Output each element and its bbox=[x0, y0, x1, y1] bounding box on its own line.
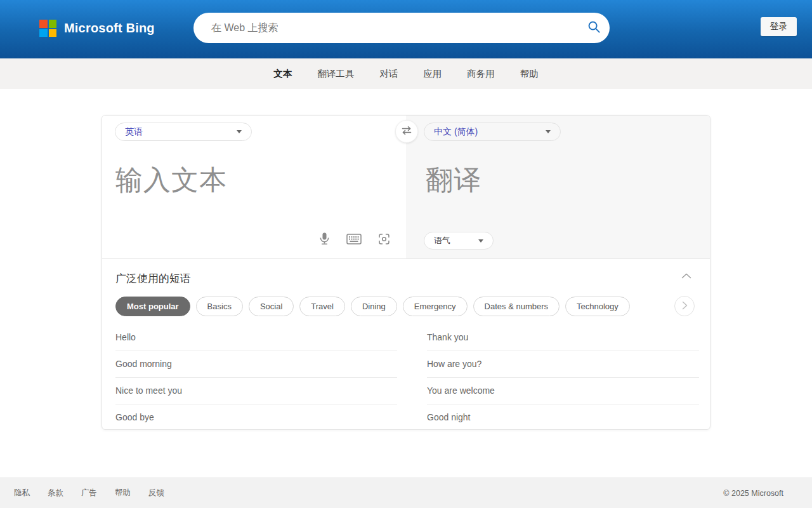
phrasebook-section: 广泛使用的短语 Most popular Basics Social Trave… bbox=[102, 259, 710, 430]
tab-for-business[interactable]: 商务用 bbox=[467, 68, 495, 80]
translation-output: 翻译 bbox=[426, 162, 481, 199]
phrase-item[interactable]: Good morning bbox=[115, 351, 397, 378]
translate-panels: 英语 输入文本 bbox=[102, 116, 710, 259]
source-text-input[interactable]: 输入文本 bbox=[115, 162, 227, 199]
phrase-item[interactable]: You are welcome bbox=[427, 378, 699, 404]
chevron-down-icon bbox=[546, 130, 551, 133]
tab-conversation[interactable]: 对话 bbox=[379, 68, 398, 80]
category-most-popular[interactable]: Most popular bbox=[115, 297, 190, 316]
phrase-item[interactable]: Good bye bbox=[115, 404, 397, 430]
tab-apps[interactable]: 应用 bbox=[423, 68, 442, 80]
phrasebook-title: 广泛使用的短语 bbox=[115, 271, 697, 286]
target-language-label: 中文 (简体) bbox=[434, 126, 478, 138]
source-language-selector[interactable]: 英语 bbox=[115, 123, 252, 141]
search-input[interactable] bbox=[193, 22, 578, 34]
category-social[interactable]: Social bbox=[249, 297, 294, 316]
footer-link-help[interactable]: 帮助 bbox=[115, 488, 131, 498]
source-panel: 英语 输入文本 bbox=[102, 116, 406, 258]
tab-translation-tools[interactable]: 翻译工具 bbox=[317, 68, 354, 80]
collapse-phrasebook-button[interactable] bbox=[679, 269, 694, 283]
copyright-text: © 2025 Microsoft bbox=[723, 489, 812, 498]
phrase-item[interactable]: How are you? bbox=[427, 351, 699, 378]
chevron-right-icon bbox=[682, 301, 688, 312]
sign-in-button[interactable]: 登录 bbox=[761, 17, 797, 36]
source-language-label: 英语 bbox=[125, 126, 143, 138]
keyboard-icon bbox=[346, 234, 362, 246]
chevron-up-icon bbox=[681, 271, 691, 281]
swap-languages-button[interactable] bbox=[395, 120, 418, 143]
tab-text[interactable]: 文本 bbox=[273, 68, 292, 80]
microphone-button[interactable] bbox=[318, 232, 331, 248]
phrase-list: Hello Good morning Nice to meet you Good… bbox=[115, 324, 697, 430]
tab-help[interactable]: 帮助 bbox=[520, 68, 539, 80]
camera-ocr-icon bbox=[377, 232, 391, 248]
footer: 隐私 条款 广告 帮助 反馈 © 2025 Microsoft bbox=[0, 478, 812, 508]
phrase-column-left: Hello Good morning Nice to meet you Good… bbox=[115, 324, 397, 430]
translator-nav: 文本 翻译工具 对话 应用 商务用 帮助 bbox=[0, 58, 812, 89]
input-tools bbox=[318, 232, 391, 248]
phrase-item[interactable]: Hello bbox=[115, 324, 397, 351]
chevron-down-icon bbox=[237, 130, 242, 133]
search-icon bbox=[587, 20, 601, 36]
category-dates-numbers[interactable]: Dates & numbers bbox=[473, 297, 560, 316]
category-emergency[interactable]: Emergency bbox=[403, 297, 468, 316]
header: Microsoft Bing 登录 bbox=[0, 0, 812, 58]
phrase-column-right: Thank you How are you? You are welcome G… bbox=[427, 324, 699, 430]
brand-title: Microsoft Bing bbox=[64, 21, 155, 36]
microsoft-logo-icon bbox=[39, 20, 56, 37]
category-travel[interactable]: Travel bbox=[299, 297, 345, 316]
bing-logo[interactable]: Microsoft Bing bbox=[39, 20, 155, 37]
keyboard-button[interactable] bbox=[346, 232, 362, 248]
footer-link-feedback[interactable]: 反馈 bbox=[148, 488, 164, 498]
web-search-bar bbox=[193, 13, 610, 43]
phrase-item[interactable]: Nice to meet you bbox=[115, 378, 397, 404]
phrase-item[interactable]: Thank you bbox=[427, 324, 699, 351]
chevron-down-icon bbox=[478, 239, 483, 243]
footer-links: 隐私 条款 广告 帮助 反馈 bbox=[0, 488, 164, 498]
category-technology[interactable]: Technology bbox=[565, 297, 630, 316]
footer-link-privacy[interactable]: 隐私 bbox=[14, 488, 30, 498]
categories-scroll-next-button[interactable] bbox=[674, 296, 695, 316]
category-pills-row: Most popular Basics Social Travel Dining… bbox=[115, 297, 697, 316]
tone-selector[interactable]: 语气 bbox=[424, 232, 494, 250]
phrase-item[interactable]: Good night bbox=[427, 404, 699, 430]
search-button[interactable] bbox=[578, 13, 610, 43]
target-language-selector[interactable]: 中文 (简体) bbox=[424, 123, 561, 141]
swap-languages-icon bbox=[401, 126, 412, 137]
microphone-icon bbox=[318, 232, 331, 248]
translator-card: 英语 输入文本 bbox=[102, 115, 710, 430]
footer-link-terms[interactable]: 条款 bbox=[48, 488, 63, 498]
image-translate-button[interactable] bbox=[377, 232, 391, 248]
tone-label: 语气 bbox=[434, 235, 450, 246]
category-basics[interactable]: Basics bbox=[196, 297, 243, 316]
target-panel: 中文 (简体) 翻译 语气 bbox=[406, 116, 710, 258]
footer-link-ads[interactable]: 广告 bbox=[81, 488, 97, 498]
category-dining[interactable]: Dining bbox=[351, 297, 397, 316]
